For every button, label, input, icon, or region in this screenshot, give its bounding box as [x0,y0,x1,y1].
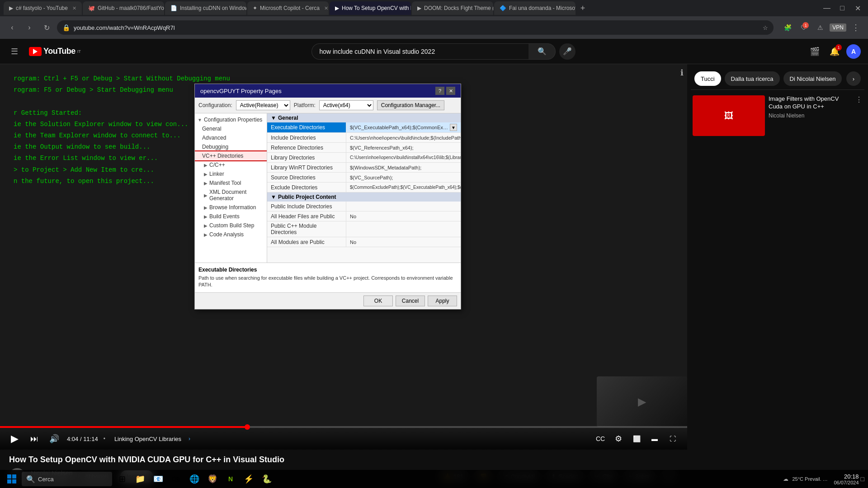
taskbar-vscode[interactable]: ⚡ [241,471,257,487]
configuration-select[interactable]: Active(Release) [236,100,290,110]
filter-tab-search[interactable]: Dalla tua ricerca [725,71,780,86]
tree-browse-info[interactable]: ▶ Browse Information [195,203,267,212]
minimize-button[interactable]: — [820,1,834,15]
rec-more-button-1[interactable]: ⋮ [855,95,863,104]
tab-doom[interactable]: ▶ DOOM: Docks Fight Theme (Cover... ✕ [412,1,493,15]
info-icon[interactable]: ℹ [680,68,684,78]
apply-button[interactable]: Apply [428,296,457,306]
taskbar-notification-area[interactable]: □ [861,475,864,483]
vpn-badge[interactable]: VPN [830,23,846,32]
tree-config-properties[interactable]: ▼ Configuration Properties [195,115,267,124]
tree-linker[interactable]: ▶ Linker [195,169,267,178]
alert-icon[interactable]: 🛡 1 [797,21,811,34]
prop-row-exclude[interactable]: Exclude Directories $(CommonExcludePath)… [267,183,461,192]
tab-github[interactable]: 🐙 GitHub - maalk0786/FastYolo: Fast... ✕ [83,1,164,15]
tree-custom-build[interactable]: ▶ Custom Build Step [195,221,267,230]
taskbar-python[interactable]: 🐍 [259,471,275,487]
tab-opencv[interactable]: ▶ How To Setup OpenCV with NV... ✕ [330,1,411,15]
play-button[interactable]: ▶ [7,432,22,446]
address-bar[interactable]: 🔒 youtube.com/watch?v=WnRAcpWqR7l ☆ [57,20,774,35]
dialog-close-button[interactable]: ✕ [446,87,455,95]
taskbar-store[interactable]: 🛍 [168,471,184,487]
back-button[interactable]: ‹ [5,21,19,34]
theater-button[interactable]: ▬ [647,432,662,446]
tab-cudnn[interactable]: 📄 Installing cuDNN on Windows — N... ✕ [165,1,246,15]
cancel-button[interactable]: Cancel [396,296,425,306]
next-button[interactable]: ⏭ [27,432,42,446]
prop-row-header-public[interactable]: All Header Files are Public No [267,211,461,221]
tree-cpp[interactable]: ▶ C/C++ [195,160,267,169]
prop-row-module-dirs[interactable]: Public C++ Module Directories [267,221,461,237]
create-video-button[interactable]: 🎬 [807,43,823,60]
tree-advanced[interactable]: Advanced [195,133,267,142]
taskbar-search-box[interactable]: 🔍 Cerca [22,472,112,486]
browser-menu-button[interactable]: ⋮ [849,21,863,34]
prop-row-public-include[interactable]: Public Include Directories [267,202,461,211]
hamburger-menu-button[interactable]: ☰ [7,44,22,59]
prop-row-modules-public[interactable]: All Modules are Public No [267,237,461,247]
user-avatar[interactable]: A [846,44,861,59]
search-submit-button[interactable]: 🔍 [528,43,556,60]
taskbar-brave[interactable]: 🦁 [204,471,221,487]
platform-label: Platform: [294,102,316,108]
ok-button[interactable]: OK [363,296,393,306]
prop-dropdown-button-executable[interactable]: ▼ [450,124,457,131]
tree-build-events[interactable]: ▶ Build Events [195,212,267,221]
chapter-nav-icon[interactable]: › [189,436,190,442]
subtitles-button[interactable]: CC [593,432,608,446]
prop-row-library-winrt[interactable]: Library WinRT Directories $(WindowsSDK_M… [267,163,461,173]
tree-debugging[interactable]: Debugging [195,142,267,151]
taskbar-clock[interactable]: 20:18 06/07/2024 [834,473,859,485]
recommended-video-1[interactable]: 🖼 Image Filters with OpenCV Cuda on GPU … [691,94,864,138]
forward-button[interactable]: › [23,21,36,34]
tree-xml-doc[interactable]: ▶ XML Document Generator [195,188,267,203]
progress-bar[interactable] [0,426,687,428]
config-manager-button[interactable]: Configuration Manager... [377,100,444,110]
prop-row-executable[interactable]: Executable Directories $(VC_ExecutablePa… [267,122,461,133]
filter-tab-tutti[interactable]: Tucci [694,71,721,86]
reload-button[interactable]: ↻ [40,21,53,34]
maximize-button[interactable]: □ [835,1,849,15]
prop-row-library[interactable]: Library Directories C:\Users\nhoei\openc… [267,153,461,163]
extensions-icon[interactable]: 🧩 [781,21,794,34]
volume-button[interactable]: 🔊 [47,432,61,446]
section-header-public[interactable]: ▼ Public Project Content [267,192,461,202]
tree-vc-directories[interactable]: VC++ Directories [195,151,267,160]
section-header-general[interactable]: ▼ General [267,113,461,122]
start-button[interactable] [4,471,20,487]
miniplayer-button[interactable]: ⬜ [629,432,644,446]
fullscreen-button[interactable]: ⛶ [665,432,680,446]
new-tab-button[interactable]: + [576,2,589,14]
taskbar-task-view[interactable]: ⊞ [114,471,130,487]
taskbar-email[interactable]: 📧 [150,471,166,487]
close-button[interactable]: ✕ [851,1,864,15]
tree-general[interactable]: General [195,124,267,133]
tab-close-0[interactable]: ✕ [72,5,76,11]
settings-button[interactable]: ⚙ [611,432,626,446]
corner-thumbnail[interactable]: ▶ [597,376,687,427]
notifications-button[interactable]: 🔔 1 [826,43,843,60]
tab-fastyolo[interactable]: ▶ c# fastyolo - YouTube ✕ [4,1,82,15]
taskbar-nvidia[interactable]: N [222,471,239,487]
youtube-logo[interactable]: YouTube IT [29,47,81,56]
tab-qa[interactable]: 🔷 Fai una domanda - Microsoft Q&A ✕ [494,1,576,15]
filter-arrow-button[interactable]: › [846,71,861,86]
prop-name-include: Include Directories [267,133,346,142]
prop-row-reference[interactable]: Reference Directories $(VC_ReferencesPat… [267,143,461,153]
tree-code-analysis[interactable]: ▶ Code Analysis [195,230,267,239]
prop-value-library-winrt: $(WindowsSDK_MetadataPath); [346,163,461,172]
prop-row-source[interactable]: Source Directories $(VC_SourcePath); [267,173,461,183]
dialog-help-button[interactable]: ? [435,87,444,95]
tab-favicon-5: ▶ [417,5,421,11]
tree-manifest-tool[interactable]: ▶ Manifest Tool [195,178,267,188]
prop-row-include[interactable]: Include Directories C:\Users\nhoei\openc… [267,133,461,143]
platform-select[interactable]: Active(x64) [319,100,373,110]
search-input[interactable] [311,43,528,60]
tab-close-3[interactable]: ✕ [324,5,328,11]
taskbar-browser[interactable]: 🌐 [186,471,203,487]
filter-tab-channel[interactable]: Di Nicolai Nielsen [783,71,842,86]
tab-copilot[interactable]: ✦ Microsoft Copilot - Cerca ✕ [247,1,329,15]
voice-search-button[interactable]: 🎤 [559,43,576,60]
taskbar-file-explorer[interactable]: 📁 [132,471,148,487]
warning-icon[interactable]: ⚠ [813,21,827,34]
